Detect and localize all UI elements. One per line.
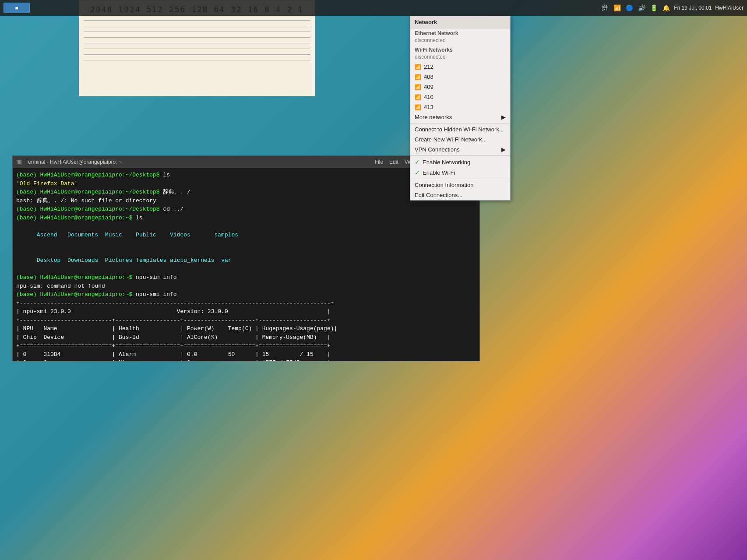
wifi-signal-icon: 📶 — [415, 84, 421, 90]
paper-line — [84, 54, 310, 55]
edit-connections-label: Edit Connections... — [415, 192, 462, 198]
terminal-taskbar-label: ■ — [15, 5, 18, 11]
wifi-status: disconnected — [410, 53, 510, 62]
terminal-icon: ▣ — [16, 158, 22, 166]
more-networks-item[interactable]: More networks ▶ — [410, 112, 510, 122]
wifi-label: Wi-Fi Networks — [410, 45, 510, 53]
datetime-display: Fri 19 Jul, 00:01 — [674, 5, 712, 11]
connection-info-label: Connection Information — [415, 182, 473, 188]
wifi-signal-icon: 📶 — [415, 104, 421, 110]
create-new-wifi-item[interactable]: Create New Wi-Fi Network... — [410, 134, 510, 144]
network-divider-3 — [410, 179, 510, 179]
enable-wifi-item[interactable]: ✓ Enable Wi-Fi — [410, 167, 510, 178]
network-menu-title: Network — [410, 16, 510, 28]
taskbar: ■ 拼 📶 🔵 🔊 🔋 🔔 Fri 19 Jul, 00:01 HwHiAiUs… — [0, 0, 747, 16]
create-new-wifi-label: Create New Wi-Fi Network... — [415, 136, 487, 143]
wifi-signal-icon: 📶 — [415, 64, 421, 70]
connect-hidden-wifi-label: Connect to Hidden Wi-Fi Network... — [415, 126, 504, 133]
enable-wifi-label: Enable Wi-Fi — [423, 169, 455, 176]
enable-networking-item[interactable]: ✓ Enable Networking — [410, 157, 510, 167]
network-divider-1 — [410, 123, 510, 123]
ethernet-label: Ethernet Network — [410, 28, 510, 36]
taskbar-left: ■ — [4, 3, 30, 13]
connect-hidden-wifi-item[interactable]: Connect to Hidden Wi-Fi Network... — [410, 124, 510, 134]
taskbar-right: 拼 📶 🔵 🔊 🔋 🔔 Fri 19 Jul, 00:01 HwHiAiUser — [600, 4, 743, 12]
menu-edit[interactable]: Edit — [389, 159, 398, 165]
enable-wifi-check: ✓ — [415, 169, 420, 176]
paper-line — [84, 32, 310, 32]
wifi-ssid-409: 409 — [424, 84, 433, 90]
connection-info-item[interactable]: Connection Information — [410, 180, 510, 190]
more-networks-arrow: ▶ — [501, 114, 506, 120]
more-networks-label: More networks — [415, 114, 452, 120]
wifi-network-410[interactable]: 📶 410 — [410, 92, 510, 102]
terminal-title: Terminal - HwHiAiUser@orangepiaipro: ~ — [25, 159, 122, 165]
volume-icon[interactable]: 🔊 — [637, 4, 646, 12]
notification-icon[interactable]: 🔔 — [662, 4, 670, 12]
enable-networking-label: Enable Networking — [423, 159, 470, 166]
paper-line — [84, 60, 310, 60]
terminal-taskbar-button[interactable]: ■ — [4, 3, 30, 13]
network-divider-2 — [410, 155, 510, 156]
paper-line — [84, 26, 310, 26]
wifi-ssid-408: 408 — [424, 74, 433, 80]
wifi-signal-icon: 📶 — [415, 94, 421, 100]
ethernet-status: disconnected — [410, 36, 510, 45]
input-method-icon[interactable]: 拼 — [600, 4, 609, 12]
wifi-network-408[interactable]: 📶 408 — [410, 72, 510, 82]
network-dropdown: Network Ethernet Network disconnected Wi… — [410, 16, 511, 201]
wifi-network-212[interactable]: 📶 212 — [410, 62, 510, 72]
username-display: HwHiAiUser — [715, 5, 743, 11]
paper-line — [84, 49, 310, 49]
network-icon[interactable]: 📶 — [613, 4, 621, 12]
wifi-ssid-413: 413 — [424, 104, 433, 110]
paper-line — [84, 20, 310, 21]
vpn-connections-item[interactable]: VPN Connections ▶ — [410, 144, 510, 155]
paper-line — [84, 43, 310, 43]
paper-lines — [84, 20, 310, 92]
wifi-signal-icon: 📶 — [415, 74, 421, 80]
wifi-network-409[interactable]: 📶 409 — [410, 82, 510, 92]
bluetooth-icon[interactable]: 🔵 — [625, 4, 634, 12]
wifi-ssid-212: 212 — [424, 63, 433, 70]
battery-icon[interactable]: 🔋 — [649, 4, 658, 12]
wifi-ssid-410: 410 — [424, 94, 433, 100]
wifi-network-413[interactable]: 📶 413 — [410, 102, 510, 112]
vpn-arrow: ▶ — [501, 146, 506, 153]
paper-line — [84, 37, 310, 38]
vpn-label: VPN Connections — [415, 146, 460, 153]
enable-networking-check: ✓ — [415, 158, 420, 166]
edit-connections-item[interactable]: Edit Connections... — [410, 190, 510, 200]
menu-file[interactable]: File — [375, 159, 383, 165]
